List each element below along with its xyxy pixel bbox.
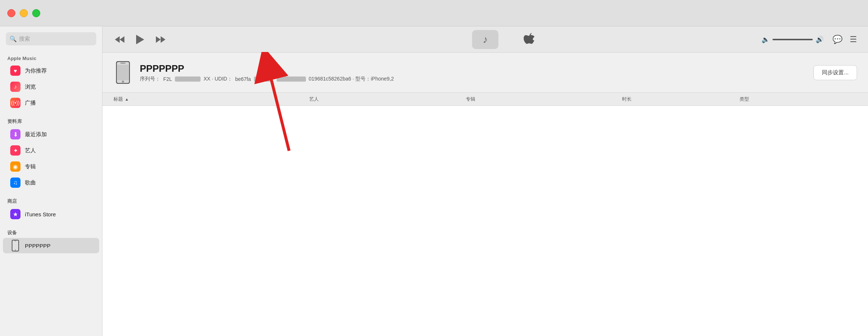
sidebar-item-label: 浏览 (25, 83, 36, 90)
sidebar-item-label: 歌曲 (25, 179, 36, 186)
albums-icon: ◉ (10, 161, 20, 172)
volume-slider[interactable] (772, 39, 813, 40)
sidebar-item-label: iTunes Store (25, 211, 56, 217)
chat-button[interactable]: 💬 (833, 35, 842, 44)
svg-rect-1 (14, 241, 16, 242)
svg-marker-4 (115, 36, 120, 43)
sort-icon: ▲ (125, 97, 129, 101)
sidebar-item-browse[interactable]: ♪ 浏览 (3, 79, 99, 94)
sidebar-item-label: 专辑 (25, 163, 36, 170)
column-artist[interactable]: 艺人 (309, 96, 466, 102)
svg-rect-9 (120, 63, 126, 64)
close-button[interactable] (7, 9, 15, 17)
sidebar-item-artists[interactable]: ✦ 艺人 (3, 143, 99, 158)
sidebar-item-label: PPPPPPP (25, 243, 50, 249)
sidebar-item-itunes-store[interactable]: ★ iTunes Store (3, 206, 99, 222)
device-name: PPPPPPP (140, 63, 394, 74)
svg-marker-5 (136, 35, 144, 44)
table-body (102, 106, 868, 336)
svg-marker-6 (156, 36, 161, 43)
xx-label: XX · UDID： (203, 76, 232, 82)
device-iphone-icon (10, 240, 20, 251)
search-bar[interactable]: 🔍 搜索 (6, 32, 96, 45)
svg-rect-11 (117, 65, 129, 80)
artists-icon: ✦ (10, 145, 20, 156)
toolbar-icons: 💬 ☰ (833, 35, 857, 44)
radio-icon: ((•)) (10, 98, 20, 108)
section-devices: 设备 (0, 227, 102, 238)
serial-blurred (175, 76, 201, 82)
device-info: PPPPPPP 序列号： F2L XX · UDID： be67fa 01968… (113, 59, 394, 86)
recently-added-icon: ⬇ (10, 129, 20, 139)
svg-point-2 (15, 250, 16, 251)
section-library: 资料库 (0, 115, 102, 126)
app-body: 🔍 搜索 Apple Music ♥ 为你推荐 ♪ 浏览 ((•)) 广播 资料… (0, 26, 868, 336)
apple-logo-area (524, 33, 535, 46)
svg-marker-3 (120, 36, 124, 43)
device-details: 序列号： F2L XX · UDID： be67fa 019681c58262b… (140, 76, 394, 82)
udid-blurred (254, 76, 272, 82)
table-header: 标题 ▲ 艺人 专辑 时长 类型 (102, 93, 868, 106)
column-album[interactable]: 专辑 (466, 96, 622, 102)
rewind-button[interactable] (113, 34, 126, 45)
sidebar-item-label: 为你推荐 (25, 67, 47, 74)
menu-button[interactable]: ☰ (850, 35, 857, 44)
serial-value: F2L (163, 76, 172, 82)
sidebar-item-recently-added[interactable]: ⬇ 最近添加 (3, 127, 99, 142)
songs-icon: ♫ (10, 178, 20, 188)
model-suffix: 019681c58262ba6 · 型号：iPhone9,2 (309, 76, 394, 82)
volume-min-icon: 🔈 (762, 36, 770, 44)
column-duration[interactable]: 时长 (622, 96, 740, 102)
itunes-store-icon: ★ (10, 209, 20, 219)
main-area: ♪ 🔈 🔊 💬 ☰ (102, 26, 868, 336)
volume-control[interactable]: 🔈 🔊 (762, 36, 824, 44)
apple-icon[interactable] (524, 33, 535, 46)
toolbar-left (113, 33, 167, 46)
sidebar-item-label: 艺人 (25, 147, 36, 154)
minimize-button[interactable] (20, 9, 28, 17)
toolbar: ♪ 🔈 🔊 💬 ☰ (102, 26, 868, 53)
search-placeholder: 搜索 (19, 36, 30, 42)
sidebar-item-for-you[interactable]: ♥ 为你推荐 (3, 63, 99, 78)
sidebar-item-songs[interactable]: ♫ 歌曲 (3, 175, 99, 190)
browse-icon: ♪ (10, 82, 20, 92)
fast-forward-button[interactable] (154, 34, 167, 45)
sidebar-item-albums[interactable]: ◉ 专辑 (3, 159, 99, 174)
traffic-lights (7, 9, 40, 17)
now-playing-button[interactable]: ♪ (472, 30, 498, 49)
toolbar-right: 🔈 🔊 💬 ☰ (762, 35, 857, 44)
device-text-info: PPPPPPP 序列号： F2L XX · UDID： be67fa 01968… (140, 63, 394, 82)
maximize-button[interactable] (32, 9, 40, 17)
device-icon (113, 59, 132, 86)
play-button[interactable] (135, 33, 146, 46)
sidebar-item-radio[interactable]: ((•)) 广播 (3, 95, 99, 111)
column-type[interactable]: 类型 (740, 96, 857, 102)
sync-settings-button[interactable]: 同步设置... (813, 65, 857, 80)
titlebar (0, 0, 868, 26)
section-apple-music: Apple Music (0, 53, 102, 63)
search-icon: 🔍 (10, 36, 17, 42)
svg-point-10 (122, 81, 124, 83)
for-you-icon: ♥ (10, 66, 20, 76)
udid-value: be67fa (235, 76, 251, 82)
sidebar: 🔍 搜索 Apple Music ♥ 为你推荐 ♪ 浏览 ((•)) 广播 资料… (0, 26, 102, 336)
sidebar-item-label: 最近添加 (25, 131, 47, 138)
serial-label: 序列号： (140, 76, 160, 82)
device-header: PPPPPPP 序列号： F2L XX · UDID： be67fa 01968… (102, 53, 868, 93)
sidebar-item-device-ppppppp[interactable]: PPPPPPP (3, 238, 99, 253)
model-blurred (277, 76, 306, 82)
volume-max-icon: 🔊 (816, 36, 824, 44)
column-title[interactable]: 标题 ▲ (113, 96, 309, 102)
section-store: 商店 (0, 195, 102, 206)
toolbar-center: ♪ (472, 30, 498, 49)
svg-marker-7 (161, 36, 165, 43)
sidebar-item-label: 广播 (25, 100, 36, 107)
